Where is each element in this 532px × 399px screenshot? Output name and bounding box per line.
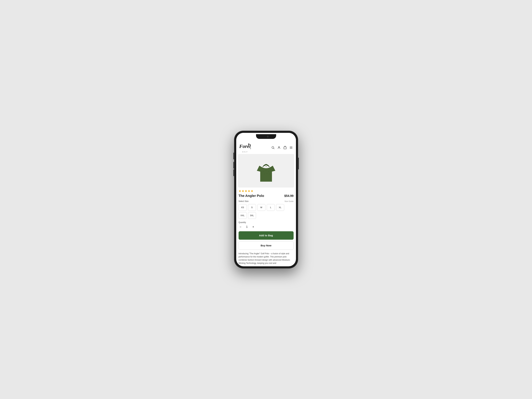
svg-rect-6 [284,147,286,149]
brand-logo-svg: Forely [239,143,251,150]
notch-bar [236,133,296,141]
buy-now-button[interactable]: Buy Now [239,241,294,250]
svg-point-10 [263,171,264,172]
notch [256,134,276,139]
phone-frame: Forely GOLF [234,131,298,268]
star-5: ★ [251,189,253,193]
size-l[interactable]: L [267,204,275,211]
size-buttons-row-1: XS S M L XL [239,204,294,211]
size-xs[interactable]: XS [239,204,247,211]
svg-point-3 [272,146,274,149]
select-size-label: Select Size [239,200,249,202]
size-buttons-row-2: XXL 3XL [239,212,294,219]
logo-text-wrap: Forely [239,143,251,151]
search-icon[interactable] [271,146,275,150]
svg-line-4 [273,148,274,149]
account-icon[interactable] [277,146,281,150]
product-title: The Angler Polo [239,194,264,198]
product-description: Introducing "The Angler" Golf Polo – a f… [239,252,294,266]
svg-point-16 [266,166,266,167]
phone-screen: Forely GOLF [236,133,296,266]
product-info: ★ ★ ★ ★ ★ The Angler Polo $54.99 Select … [236,189,296,266]
product-image-svg [255,158,277,183]
brand-sub: GOLF [239,151,251,153]
product-title-row: The Angler Polo $54.99 [239,194,294,198]
quantity-label: Quantity [239,221,294,224]
star-1: ★ [239,189,241,193]
svg-point-5 [278,146,279,148]
size-section-header: Select Size Size Guide [239,200,294,202]
size-m[interactable]: M [257,204,266,211]
logo: Forely GOLF [239,143,251,153]
svg-point-13 [264,174,265,174]
header: Forely GOLF [236,141,296,154]
bag-svg [283,146,287,149]
svg-point-11 [266,170,266,171]
svg-point-12 [268,171,269,172]
stars-row: ★ ★ ★ ★ ★ [239,189,294,193]
size-s[interactable]: S [248,204,256,211]
quantity-increase[interactable]: + [251,225,255,229]
size-xxl[interactable]: XXL [239,212,247,219]
menu-icon[interactable] [289,146,293,150]
add-to-bag-button[interactable]: Add to Bag [239,231,294,240]
menu-svg [289,146,293,149]
svg-point-14 [266,173,267,173]
quantity-decrease[interactable]: − [239,225,243,229]
nav-icons [271,146,293,150]
quantity-controls: − 1 + [239,225,294,229]
star-3: ★ [245,189,247,193]
star-4: ★ [248,189,250,193]
search-svg [271,146,275,149]
size-guide-link[interactable]: Size Guide [285,200,294,202]
brand-name: Forely [239,143,251,151]
bag-icon[interactable] [283,146,287,150]
content-area: Forely GOLF [236,141,296,266]
camera-dot [267,136,269,137]
size-3xl[interactable]: 3XL [248,212,256,219]
account-svg [277,146,281,149]
quantity-value: 1 [245,225,249,228]
quantity-section: Quantity − 1 + [239,221,294,229]
product-image-container [238,154,294,187]
size-xl[interactable]: XL [276,204,284,211]
product-price: $54.99 [284,194,293,198]
star-2: ★ [242,189,244,193]
svg-point-15 [269,174,270,174]
